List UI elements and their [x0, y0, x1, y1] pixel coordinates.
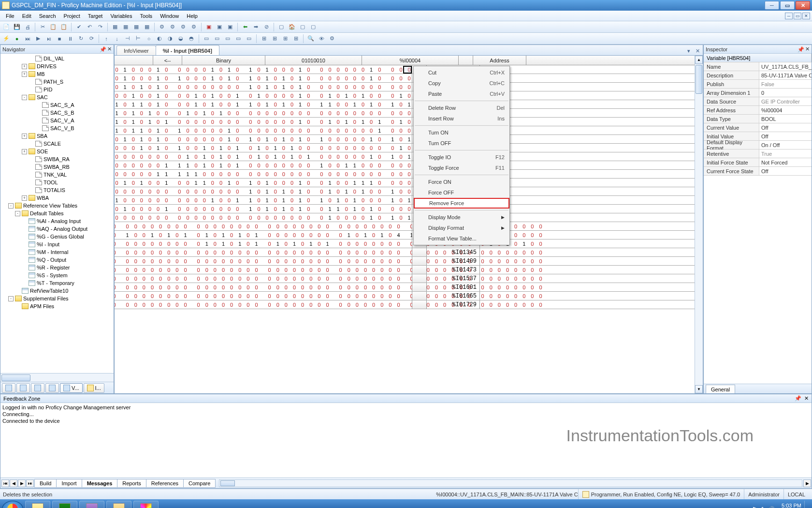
tool-icon[interactable]: ▭ — [202, 34, 211, 43]
tree-item[interactable]: APM Files — [1, 302, 114, 310]
taskbar-app[interactable] — [79, 501, 104, 508]
navigator-hscroll[interactable] — [0, 373, 114, 382]
tool-icon[interactable]: ⚙ — [328, 34, 336, 43]
grid-row[interactable]: 0000000000000001110101010000000010011000… — [115, 161, 695, 170]
tool-icon[interactable]: ↶ — [85, 23, 94, 31]
tree-item[interactable]: PID — [1, 86, 114, 93]
menu-item[interactable]: Format View Table... — [414, 233, 509, 244]
tool-icon[interactable]: ▦ — [143, 23, 151, 31]
tool-icon[interactable]: ⊢ — [134, 34, 143, 43]
tool-icon[interactable]: ⚙ — [158, 23, 166, 31]
menu-item[interactable]: Force ON — [414, 177, 509, 187]
grid-row[interactable]: 0000000000000000010101010101010100000010… — [115, 152, 695, 161]
menu-edit[interactable]: Edit — [18, 12, 35, 20]
mdi-restore[interactable]: ▭ — [794, 13, 801, 19]
property-row[interactable]: Data TypeBOOL — [704, 115, 812, 123]
scroll-up-icon[interactable]: ▲ — [695, 56, 703, 64]
system-tray[interactable]: ▴ ⚑ 🖧 🔊 5:03 PM 2/19/2014 — [746, 501, 810, 508]
tool-icon[interactable]: ⚙ — [189, 23, 198, 31]
tree-item[interactable]: TOOL — [1, 179, 114, 186]
tab-first-icon[interactable]: ⏮ — [1, 479, 9, 487]
tool-icon[interactable]: ▣ — [226, 23, 234, 31]
tool-icon[interactable]: 🏠 — [288, 23, 296, 31]
taskbar-app[interactable] — [106, 501, 131, 508]
tool-icon[interactable]: ▦ — [111, 23, 119, 31]
tool-icon[interactable]: ✔ — [74, 23, 83, 31]
grid-row[interactable]: 0000000001000000000010011010101010101000… — [115, 196, 695, 205]
tool-icon[interactable]: ⏯ — [44, 34, 53, 43]
panel-close-icon[interactable]: ✕ — [804, 395, 809, 402]
find-icon[interactable]: 🔍 — [306, 34, 315, 43]
tool-icon[interactable]: ⬅ — [241, 23, 249, 31]
grid-row[interactable]: 0011010011011010001010011010101011001010… — [115, 100, 695, 109]
tree-item[interactable]: PATH_S — [1, 78, 114, 86]
tab-last-icon[interactable]: ⏭ — [26, 479, 34, 487]
nav-tab[interactable] — [16, 383, 30, 393]
tool-icon[interactable]: ✂ — [38, 23, 47, 31]
tree-item[interactable]: SWBA_RA — [1, 155, 114, 163]
tree-item[interactable]: -SAC — [1, 93, 114, 101]
tool-icon[interactable]: ■ — [55, 34, 64, 43]
pin-icon[interactable]: 📌 — [798, 46, 803, 52]
property-row[interactable]: Array Dimension 10 — [704, 89, 812, 97]
maximize-button[interactable]: ▭ — [780, 1, 795, 10]
tab-prev-icon[interactable]: ◀ — [10, 479, 17, 487]
grid-row[interactable]: 0101010101010101000000000000001001010101… — [115, 118, 695, 126]
tray-clock[interactable]: 5:03 PM 2/19/2014 — [778, 503, 801, 508]
grid-row[interactable]: 0000001000010010001010010100001001010100… — [115, 91, 695, 100]
property-row[interactable]: Default Display FormatOn / Off — [704, 141, 812, 149]
fb-tab[interactable]: Messages — [82, 479, 118, 488]
grid-row[interactable]: 0000101010101010000000001010101000000000… — [115, 83, 695, 91]
menu-item[interactable]: Toggle ForceF11 — [414, 163, 509, 173]
fb-tab[interactable]: Import — [56, 479, 82, 488]
tree-item[interactable]: %M - Internal — [1, 248, 114, 256]
tool-icon[interactable]: ▢ — [277, 23, 286, 31]
mdi-minimize[interactable]: ─ — [785, 13, 793, 19]
tray-chevron-icon[interactable]: ▴ — [746, 506, 749, 508]
tool-icon[interactable]: ⊞ — [260, 34, 268, 43]
menu-item[interactable]: Insert RowIns — [414, 113, 509, 124]
tool-icon[interactable]: ⏸ — [66, 34, 74, 43]
tool-icon[interactable]: ⚡ — [2, 34, 11, 43]
grid-row[interactable]: 0000000000000000000000000000000000000000… — [115, 300, 695, 309]
tree-item[interactable]: %R - Register — [1, 264, 114, 271]
doc-tab-infoviewer[interactable]: InfoViewer — [116, 45, 156, 55]
tree-item[interactable]: SAC_V_A — [1, 117, 114, 124]
property-row[interactable]: Current Force StateOff — [704, 167, 812, 176]
grid-row[interactable]: 0000000000000000000000000000000000000000… — [115, 222, 695, 231]
grid-row[interactable]: 0000000000000000000000000000000000000000… — [115, 274, 695, 283]
property-row[interactable]: PublishFalse — [704, 80, 812, 89]
scroll-down-icon[interactable]: ▼ — [695, 385, 703, 393]
grid-row[interactable]: 0000000000000000000000000000000000000000… — [115, 266, 695, 274]
tree-item[interactable]: SAC_S_A — [1, 101, 114, 109]
feedback-hscroll[interactable] — [219, 479, 802, 487]
tool-icon[interactable]: ▭ — [245, 34, 253, 43]
tool-icon[interactable]: ▭ — [234, 34, 243, 43]
tool-icon[interactable]: ↓ — [113, 34, 121, 43]
tree-item[interactable]: TNK_VAL — [1, 171, 114, 179]
tree-item[interactable]: +SOE — [1, 148, 114, 155]
tool-icon[interactable]: ◐ — [155, 34, 164, 43]
menu-item[interactable]: Turn OFF — [414, 138, 509, 149]
tool-icon[interactable]: ⚙ — [179, 23, 188, 31]
tool-icon[interactable]: ⟳ — [87, 34, 96, 43]
tree-item[interactable]: +MB — [1, 70, 114, 78]
close-button[interactable]: ✕ — [796, 1, 810, 10]
grid-row[interactable]: 0000010010001010100101010101010000000000… — [115, 144, 695, 152]
col-address[interactable]: Address — [473, 56, 526, 65]
tool-icon[interactable]: ▢ — [298, 23, 307, 31]
grid-row[interactable]: 0000100000100001000000001010101001101010… — [115, 205, 695, 213]
menu-item[interactable]: CutCtrl+X — [414, 67, 509, 78]
taskbar-app[interactable] — [52, 501, 77, 508]
grid-row[interactable]: 0101000010101001001100101010001001001110… — [115, 179, 695, 187]
panel-close-icon[interactable]: ✕ — [107, 46, 112, 52]
nav-tab[interactable] — [31, 383, 44, 393]
tree-item[interactable]: %AI - Analog Input — [1, 217, 114, 225]
grid-vscroll[interactable]: ▲ ▼ — [695, 56, 703, 393]
fb-tab[interactable]: Compare — [183, 479, 216, 488]
taskbar-app[interactable] — [25, 501, 50, 508]
tool-icon[interactable]: ▢ — [309, 23, 318, 31]
tree-item[interactable]: +SBA — [1, 132, 114, 140]
tool-icon[interactable]: 🖨 — [23, 23, 32, 31]
col-ref[interactable]: %I00004 — [362, 56, 459, 65]
